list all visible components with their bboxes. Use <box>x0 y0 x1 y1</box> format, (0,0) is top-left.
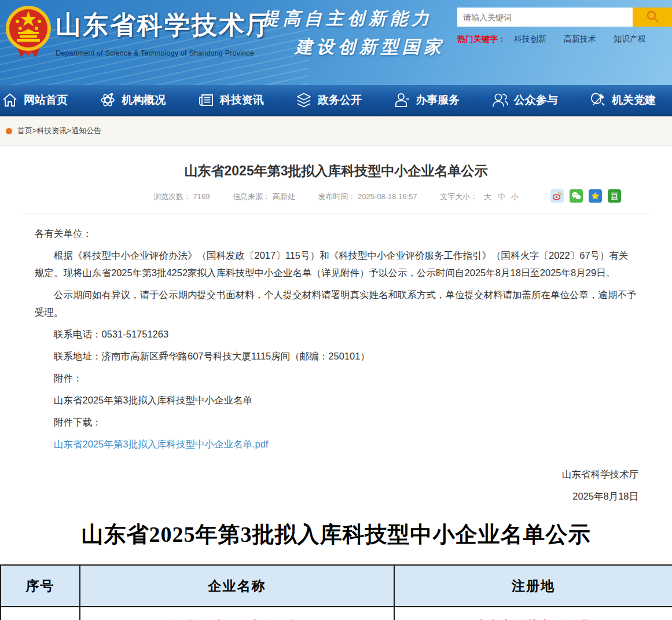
slogan-line-2: 建设创新型国家 <box>295 35 445 59</box>
table-header-row: 序号 企业名称 注册地 <box>1 565 672 607</box>
hot-keyword-link[interactable]: 高新技术 <box>564 34 596 45</box>
attachment-download-link[interactable]: 山东省2025年第3批拟入库科技型中小企业名单.pdf <box>54 439 268 449</box>
breadcrumb-bar: 首页>科技资讯>通知公告 <box>0 116 672 146</box>
layers-icon <box>295 91 313 109</box>
fontsize-medium-button[interactable]: 中 <box>497 192 505 201</box>
article-body: 各有关单位： 根据《科技型中小企业评价办法》（国科发政〔2017〕115号）和《… <box>0 214 672 453</box>
nav-item-gov-info[interactable]: 政务公开 <box>295 91 362 109</box>
people-icon <box>491 91 509 109</box>
signature-block: 山东省科学技术厅 2025年8月18日 <box>0 457 672 505</box>
site-title: 山东省科学技术厅 <box>56 8 273 42</box>
fontsize-label: 文字大小： <box>440 192 478 201</box>
breadcrumb-item-news[interactable]: 科技资讯 <box>37 126 67 135</box>
attachment-name: 山东省2025年第3批拟入库科技型中小企业名单 <box>35 391 637 409</box>
views-meta: 浏览次数： 7169 <box>153 192 212 201</box>
time-value: 2025-08-18 16:57 <box>358 192 417 201</box>
site-header: 山东省科学技术厅 Department of Science & Technol… <box>0 0 672 85</box>
breadcrumb: 首页>科技资讯>通知公告 <box>17 126 101 136</box>
source-label: 信息来源： <box>233 192 270 201</box>
attachment-label: 附件： <box>35 369 637 387</box>
nav-item-label: 网站首页 <box>24 93 68 108</box>
nav-item-label: 办事服务 <box>416 93 460 108</box>
nav-item-party[interactable]: 机关党建 <box>589 91 656 109</box>
cell-location: 山东省/潍坊市/临朐县 <box>394 607 672 620</box>
fontsize-large-button[interactable]: 大 <box>484 192 491 201</box>
site-slogan: 提高自主创新能力 建设创新型国家 <box>262 7 445 59</box>
publish-time-meta: 发布时间： 2025-08-18 16:57 <box>318 192 419 201</box>
news-icon <box>197 91 215 109</box>
slogan-line-1: 提高自主创新能力 <box>262 7 445 31</box>
source-value: 高新处 <box>273 192 295 201</box>
search-input[interactable] <box>457 8 633 27</box>
fontsize-meta: 文字大小： 大 中 小 <box>440 192 519 201</box>
source-meta: 信息来源： 高新处 <box>233 192 297 201</box>
person-badge-icon <box>393 91 410 109</box>
column-header-location: 注册地 <box>394 565 672 607</box>
share-icons <box>550 189 621 203</box>
article: 山东省2025年第3批拟入库科技型中小企业名单公示 浏览次数： 7169 信息来… <box>0 146 672 505</box>
site-subtitle: Department of Science & Technology of Sh… <box>56 49 273 57</box>
nav-item-label: 科技资讯 <box>220 93 264 108</box>
contact-address: 联系地址：济南市高新区舜华路607号科技大厦1115房间（邮编：250101） <box>35 347 637 365</box>
atom-icon <box>99 91 116 109</box>
nav-item-label: 公众参与 <box>514 93 558 108</box>
contact-phone: 联系电话：0531-51751263 <box>35 325 637 343</box>
search-icon <box>645 9 659 25</box>
cell-no: 1489 <box>1 607 80 620</box>
article-title: 山东省2025年第3批拟入库科技型中小企业名单公示 <box>0 146 672 180</box>
nav-item-about[interactable]: 机构概况 <box>99 91 166 109</box>
signature-date: 2025年8月18日 <box>0 487 638 505</box>
douban-share-icon[interactable] <box>608 189 621 203</box>
column-header-company: 企业名称 <box>80 565 394 607</box>
home-icon <box>1 91 19 109</box>
views-value: 7169 <box>193 192 210 201</box>
nav-item-home[interactable]: 网站首页 <box>1 91 68 109</box>
fontsize-small-button[interactable]: 小 <box>511 192 519 201</box>
nav-item-news[interactable]: 科技资讯 <box>197 91 264 109</box>
views-label: 浏览次数： <box>153 192 191 201</box>
search-button[interactable] <box>633 8 672 27</box>
site-identity: 山东省科学技术厅 Department of Science & Technol… <box>56 8 273 57</box>
breadcrumb-dot-icon <box>6 128 12 134</box>
article-meta: 浏览次数： 7169 信息来源： 高新处 发布时间： 2025-08-18 16… <box>0 192 672 206</box>
party-emblem-icon <box>589 91 607 109</box>
cell-company: 临朐祥泰光伏发电有限公司 <box>80 607 394 620</box>
nav-item-label: 政务公开 <box>318 93 362 108</box>
breadcrumb-separator: > <box>32 126 37 135</box>
column-header-no: 序号 <box>1 565 80 607</box>
hot-keywords-label: 热门关键字： <box>457 34 506 45</box>
download-label: 附件下载： <box>35 413 637 431</box>
time-label: 发布时间： <box>318 192 355 201</box>
page: 山东省科学技术厅 Department of Science & Technol… <box>0 0 672 620</box>
breadcrumb-item-home[interactable]: 首页 <box>17 126 32 135</box>
nav-item-services[interactable]: 办事服务 <box>393 91 460 109</box>
nav-item-label: 机构概况 <box>122 93 166 108</box>
breadcrumb-item-notices[interactable]: 通知公告 <box>71 126 101 135</box>
nav-item-label: 机关党建 <box>612 93 656 108</box>
search-box <box>457 8 672 27</box>
paragraph-1: 根据《科技型中小企业评价办法》（国科发政〔2017〕115号）和《科技型中小企业… <box>35 247 637 281</box>
nav-item-public[interactable]: 公众参与 <box>491 91 558 109</box>
signature-org: 山东省科学技术厅 <box>0 465 638 483</box>
company-table: 序号 企业名称 注册地 1489 临朐祥泰光伏发电有限公司 山东省/潍坊市/临朐… <box>0 564 672 620</box>
salutation: 各有关单位： <box>35 225 637 242</box>
weibo-share-icon[interactable] <box>550 189 564 203</box>
national-emblem-icon <box>5 4 52 63</box>
hot-keyword-link[interactable]: 知识产权 <box>614 34 646 45</box>
hot-keywords: 热门关键字： 科技创新 高新技术 知识产权 <box>457 34 663 45</box>
table-row: 1489 临朐祥泰光伏发电有限公司 山东省/潍坊市/临朐县 <box>1 607 672 620</box>
hot-keyword-link[interactable]: 科技创新 <box>514 34 546 45</box>
paragraph-2: 公示期间如有异议，请于公示期内提交书面材料，个人提交材料请署明真实姓名和联系方式… <box>35 286 637 321</box>
qzone-share-icon[interactable] <box>589 189 602 203</box>
wechat-share-icon[interactable] <box>570 189 583 203</box>
main-nav: 网站首页 机构概况 <box>0 85 672 116</box>
list-heading: 山东省2025年第3批拟入库科技型中小企业名单公示 <box>0 520 672 549</box>
